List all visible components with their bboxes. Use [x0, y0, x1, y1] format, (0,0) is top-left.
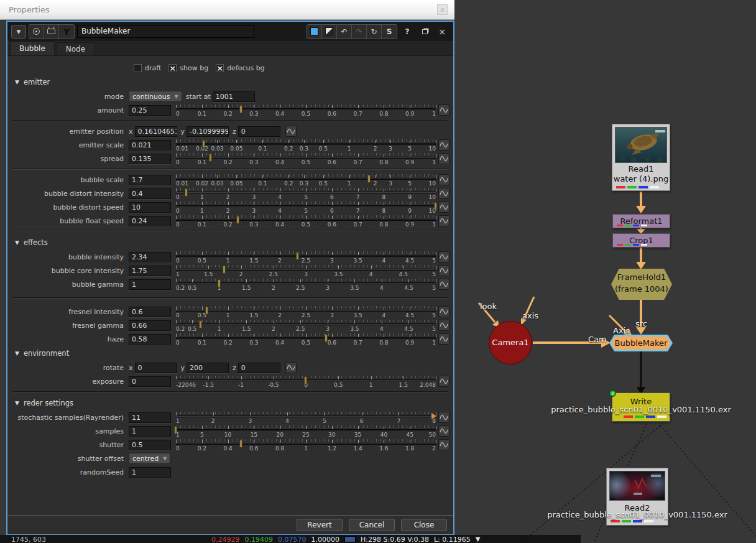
read2-thumbnail [609, 471, 665, 501]
read1-channel-strip [616, 186, 659, 188]
read1-label: Read1 [612, 164, 670, 174]
wire-label-axis-input: Axis [613, 326, 630, 335]
wire-label-look: look [480, 302, 497, 311]
reformat1-channel-strip [617, 225, 647, 226]
write1-channel-strip [624, 415, 666, 418]
node-framehold1[interactable]: FrameHold1 (frame 1004) [611, 269, 672, 300]
read2-channel-strip [611, 520, 653, 522]
application-window: Properties x ▼ Y BubbleMaker ↶ ↷ ↻ S ? [0, 0, 756, 543]
read2-filename: practice_bubble_scn01_0010_v001.1150.exr [525, 510, 749, 519]
wire-label-cam: Cam [588, 335, 607, 344]
wire-label-axis: axis [522, 311, 538, 320]
node-bubblemaker[interactable]: BubbleMaker [609, 335, 673, 351]
read1-filename: water (4).png [604, 174, 678, 183]
bubblemaker-label: BubbleMaker [615, 338, 668, 348]
framehold1-label: FrameHold1 [611, 272, 672, 284]
node-reformat1[interactable]: Reformat1 [612, 214, 670, 228]
node-read1[interactable]: Read1 water (4).png [612, 124, 670, 191]
framehold1-frame-label: (frame 1004) [611, 284, 672, 295]
node-camera1[interactable]: Camera1 [489, 321, 532, 364]
camera1-label: Camera1 [492, 338, 528, 347]
write-render-badge: v [609, 390, 616, 397]
wire-label-src: src [635, 319, 647, 328]
node-crop1[interactable]: Crop1 [612, 233, 670, 248]
crop1-channel-strip [617, 244, 647, 246]
write1-filename: practice_bubble_scn01_0010_v001.1150.exr [535, 405, 747, 414]
read1-thumbnail [615, 127, 667, 163]
